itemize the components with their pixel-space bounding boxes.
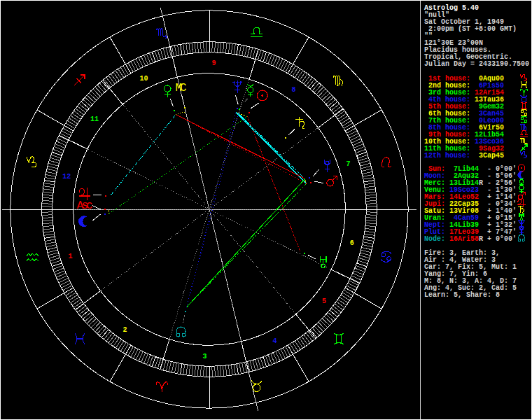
svg-text:+ 0°00': + 0°00' <box>487 235 517 243</box>
svg-text:R: R <box>479 179 483 187</box>
svg-text:Node:: Node: <box>424 235 445 243</box>
svg-text:7: 7 <box>346 160 351 168</box>
svg-text:2: 2 <box>123 326 127 334</box>
svg-text:Julian Day = 2433190.7500: Julian Day = 2433190.7500 <box>424 60 529 68</box>
svg-text:10: 10 <box>139 75 148 83</box>
svg-text:Asc: Asc <box>77 200 92 212</box>
svg-text:1: 1 <box>68 253 72 260</box>
svg-text:R: R <box>479 235 483 243</box>
svg-text:11: 11 <box>90 115 99 123</box>
svg-text:12: 12 <box>62 173 71 181</box>
svg-text:6: 6 <box>350 239 354 247</box>
svg-text:Learn: 5, Share: 8: Learn: 5, Share: 8 <box>424 291 500 299</box>
svg-text:3Cap45: 3Cap45 <box>479 152 504 160</box>
svg-text:16Ari58: 16Ari58 <box>449 235 479 243</box>
svg-text:3: 3 <box>203 353 207 360</box>
svg-text:4: 4 <box>273 337 277 345</box>
svg-text:8: 8 <box>291 86 295 94</box>
svg-text:9: 9 <box>211 59 216 67</box>
svg-text:12th house:: 12th house: <box>424 152 470 160</box>
svg-text:2:00pm (ST +8:00 GMT): 2:00pm (ST +8:00 GMT) <box>424 25 517 33</box>
svg-text:5: 5 <box>322 298 326 305</box>
